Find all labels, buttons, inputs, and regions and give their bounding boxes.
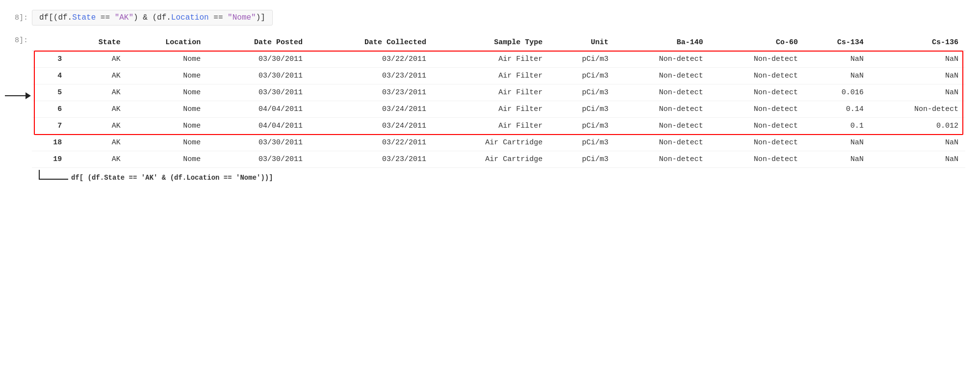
cell: AK <box>69 135 127 151</box>
cell: pCi/m3 <box>549 151 615 168</box>
code-close: )] <box>256 13 265 22</box>
output-line-number: 8]: <box>15 34 32 45</box>
table-row: 6AKNome04/04/201103/24/2011Air FilterpCi… <box>32 101 965 118</box>
row-index: 18 <box>32 135 69 151</box>
cell: Non-detect <box>710 118 805 135</box>
cell: NaN <box>805 68 871 84</box>
cell: Non-detect <box>616 84 710 101</box>
cell: Non-detect <box>616 151 710 168</box>
cell: 03/24/2011 <box>309 118 433 135</box>
cell: Non-detect <box>710 68 805 84</box>
cell: Air Filter <box>433 68 549 84</box>
cell: Air Filter <box>433 51 549 68</box>
cell: 03/30/2011 <box>207 135 309 151</box>
cell: 03/22/2011 <box>309 135 433 151</box>
cell: Nome <box>128 118 208 135</box>
code-eq1: == <box>96 13 114 22</box>
cell: Non-detect <box>871 101 965 118</box>
code-and: ) & (df. <box>133 13 171 22</box>
row-index: 4 <box>32 68 69 84</box>
cell: Non-detect <box>710 135 805 151</box>
cell: Non-detect <box>710 84 805 101</box>
col-state: State <box>69 34 127 51</box>
cell: 04/04/2011 <box>207 118 309 135</box>
cell: AK <box>69 51 127 68</box>
cell: NaN <box>805 135 871 151</box>
cell: Non-detect <box>616 118 710 135</box>
cell: AK <box>69 101 127 118</box>
cell: Nome <box>128 51 208 68</box>
cell: pCi/m3 <box>549 68 615 84</box>
code-nome-value: "Nome" <box>228 13 256 22</box>
cell: Air Filter <box>433 84 549 101</box>
dataframe-table: State Location Date Posted Date Collecte… <box>32 34 965 168</box>
cell: 04/04/2011 <box>207 101 309 118</box>
header-row: State Location Date Posted Date Collecte… <box>32 34 965 51</box>
cell: Non-detect <box>710 151 805 168</box>
row-index: 6 <box>32 101 69 118</box>
cell: NaN <box>805 151 871 168</box>
col-ba140: Ba-140 <box>616 34 710 51</box>
col-date-posted: Date Posted <box>207 34 309 51</box>
cell: 03/23/2011 <box>309 151 433 168</box>
cell: Non-detect <box>616 101 710 118</box>
cell: Nome <box>128 151 208 168</box>
cell: 0.012 <box>871 118 965 135</box>
cell: AK <box>69 151 127 168</box>
cell: AK <box>69 118 127 135</box>
input-line-number: 8]: <box>15 14 32 22</box>
cell: 03/24/2011 <box>309 101 433 118</box>
cell: 0.14 <box>805 101 871 118</box>
table-row: 19AKNome03/30/201103/23/2011Air Cartridg… <box>32 151 965 168</box>
row-index: 5 <box>32 84 69 101</box>
cell: 03/23/2011 <box>309 68 433 84</box>
cell: Non-detect <box>616 51 710 68</box>
cell: Air Filter <box>433 118 549 135</box>
row-index: 3 <box>32 51 69 68</box>
cell: Air Cartridge <box>433 135 549 151</box>
code-ak-value: "AK" <box>115 13 133 22</box>
cell: NaN <box>805 51 871 68</box>
row-index: 19 <box>32 151 69 168</box>
bottom-annotation-text: df[ (df.State == 'AK' & (df.Location == … <box>71 174 273 182</box>
cell: 03/30/2011 <box>207 68 309 84</box>
table-body: 3AKNome03/30/201103/22/2011Air FilterpCi… <box>32 51 965 168</box>
cell: NaN <box>871 68 965 84</box>
col-cs136: Cs-136 <box>871 34 965 51</box>
col-co60: Co-60 <box>710 34 805 51</box>
cell: Non-detect <box>710 101 805 118</box>
cell: Nome <box>128 68 208 84</box>
cell: AK <box>69 84 127 101</box>
cell: 03/30/2011 <box>207 151 309 168</box>
col-sample-type: Sample Type <box>433 34 549 51</box>
cell: NaN <box>871 135 965 151</box>
col-date-collected: Date Collected <box>309 34 433 51</box>
col-location: Location <box>128 34 208 51</box>
code-input-line: 8]: df[(df.State == "AK") & (df.Location… <box>15 10 965 26</box>
cell: pCi/m3 <box>549 101 615 118</box>
code-state-attr: State <box>72 13 96 22</box>
cell: pCi/m3 <box>549 84 615 101</box>
cell: 0.1 <box>805 118 871 135</box>
code-eq2: == <box>209 13 228 22</box>
cell: 03/22/2011 <box>309 51 433 68</box>
cell: pCi/m3 <box>549 51 615 68</box>
table-row: 5AKNome03/30/201103/23/2011Air FilterpCi… <box>32 84 965 101</box>
cell: 03/30/2011 <box>207 84 309 101</box>
cell: 03/30/2011 <box>207 51 309 68</box>
cell: 0.016 <box>805 84 871 101</box>
cell: Nome <box>128 101 208 118</box>
col-cs134: Cs-134 <box>805 34 871 51</box>
bottom-annotation-container: df[ (df.State == 'AK' & (df.Location == … <box>32 170 965 182</box>
table-row: 3AKNome03/30/201103/22/2011Air FilterpCi… <box>32 51 965 68</box>
cell: pCi/m3 <box>549 118 615 135</box>
cell: NaN <box>871 84 965 101</box>
dataframe-table-wrapper: State Location Date Posted Date Collecte… <box>32 34 965 182</box>
table-row: 4AKNome03/30/201103/23/2011Air FilterpCi… <box>32 68 965 84</box>
cell: Non-detect <box>616 68 710 84</box>
col-unit: Unit <box>549 34 615 51</box>
table-row: 7AKNome04/04/201103/24/2011Air FilterpCi… <box>32 118 965 135</box>
cell: pCi/m3 <box>549 135 615 151</box>
cell: NaN <box>871 51 965 68</box>
cell: Non-detect <box>616 135 710 151</box>
